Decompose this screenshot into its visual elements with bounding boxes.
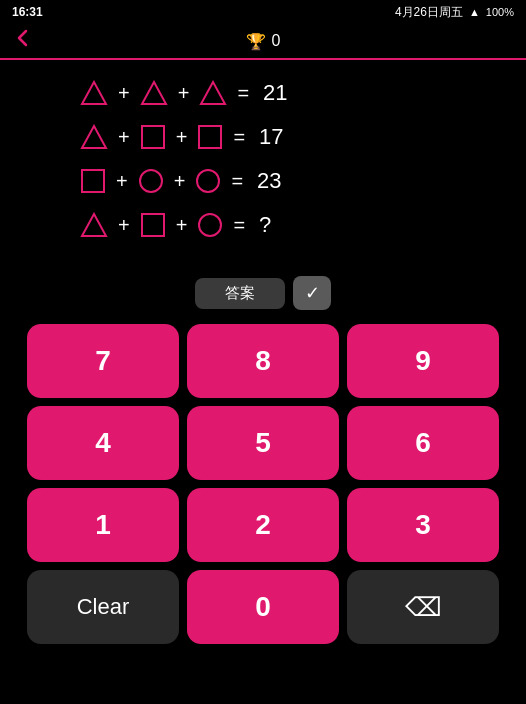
shape-square — [140, 212, 166, 238]
num-4-button[interactable]: 4 — [27, 406, 179, 480]
status-right: 4月26日周五 ▲ 100% — [395, 4, 514, 21]
num-3-button[interactable]: 3 — [347, 488, 499, 562]
numpad-row-789: 7 8 9 — [10, 324, 516, 398]
result-2: 17 — [259, 124, 283, 150]
shape-triangle — [80, 212, 108, 238]
shape-square — [140, 124, 166, 150]
num-8-button[interactable]: 8 — [187, 324, 339, 398]
numpad-row-123: 1 2 3 — [10, 488, 516, 562]
svg-marker-3 — [82, 126, 106, 148]
shape-circle — [197, 212, 223, 238]
num-5-button[interactable]: 5 — [187, 406, 339, 480]
num-6-button[interactable]: 6 — [347, 406, 499, 480]
shape-circle — [138, 168, 164, 194]
svg-marker-0 — [82, 82, 106, 104]
shape-triangle — [199, 80, 227, 106]
equation-row-3: + + = 23 — [80, 168, 486, 194]
num-7-button[interactable]: 7 — [27, 324, 179, 398]
back-button[interactable] — [12, 27, 34, 55]
backspace-button[interactable]: ⌫ — [347, 570, 499, 644]
status-battery: 100% — [486, 6, 514, 18]
clear-button[interactable]: Clear — [27, 570, 179, 644]
svg-point-11 — [199, 214, 221, 236]
score-value: 0 — [272, 32, 281, 50]
status-signal: ▲ — [469, 6, 480, 18]
result-1: 21 — [263, 80, 287, 106]
num-9-button[interactable]: 9 — [347, 324, 499, 398]
svg-rect-6 — [82, 170, 104, 192]
result-3: 23 — [257, 168, 281, 194]
num-2-button[interactable]: 2 — [187, 488, 339, 562]
top-bar: 🏆 0 — [0, 24, 526, 60]
result-4: ? — [259, 212, 271, 238]
svg-marker-9 — [82, 214, 106, 236]
answer-area: 答案 ✓ — [0, 276, 526, 310]
shape-square — [197, 124, 223, 150]
equation-row-2: + + = 17 — [80, 124, 486, 150]
svg-rect-5 — [199, 126, 221, 148]
shape-triangle — [80, 80, 108, 106]
svg-point-8 — [197, 170, 219, 192]
numpad-row-456: 4 5 6 — [10, 406, 516, 480]
numpad-row-bottom: Clear 0 ⌫ — [10, 570, 516, 644]
status-bar: 16:31 4月26日周五 ▲ 100% — [0, 0, 526, 24]
svg-marker-1 — [142, 82, 166, 104]
shape-triangle — [80, 124, 108, 150]
score-area: 🏆 0 — [246, 32, 281, 51]
answer-box[interactable]: 答案 — [195, 278, 285, 309]
num-0-button[interactable]: 0 — [187, 570, 339, 644]
status-date: 4月26日周五 — [395, 4, 463, 21]
trophy-icon: 🏆 — [246, 32, 266, 51]
shape-triangle — [140, 80, 168, 106]
status-time: 16:31 — [12, 5, 43, 19]
svg-point-7 — [140, 170, 162, 192]
confirm-button[interactable]: ✓ — [293, 276, 331, 310]
shape-circle — [195, 168, 221, 194]
equation-row-1: + + = 21 — [80, 80, 486, 106]
num-1-button[interactable]: 1 — [27, 488, 179, 562]
backspace-icon: ⌫ — [405, 592, 442, 623]
svg-rect-4 — [142, 126, 164, 148]
shape-square — [80, 168, 106, 194]
equation-row-4: + + = ? — [80, 212, 486, 238]
puzzle-area: + + = 21 + + = 17 + + — [0, 60, 526, 266]
svg-rect-10 — [142, 214, 164, 236]
numpad: 7 8 9 4 5 6 1 2 3 Clear 0 ⌫ — [0, 318, 526, 662]
svg-marker-2 — [201, 82, 225, 104]
